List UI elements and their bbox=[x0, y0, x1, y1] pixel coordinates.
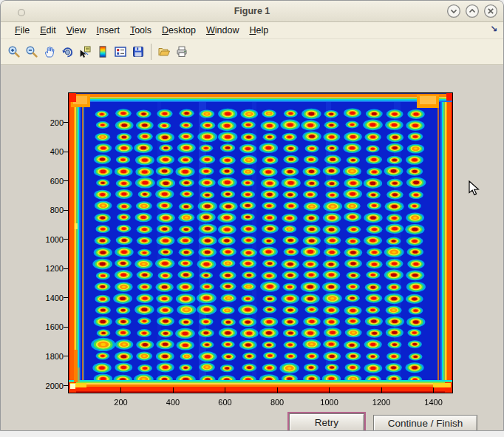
y-tick-label: 1600 bbox=[30, 322, 64, 332]
save-icon[interactable] bbox=[129, 43, 147, 61]
retry-button-focus-ring: Retry bbox=[287, 412, 366, 431]
x-axis-tick bbox=[381, 387, 382, 393]
retry-button[interactable]: Retry bbox=[289, 413, 364, 431]
y-axis-tick bbox=[64, 297, 69, 298]
shade-button[interactable] bbox=[446, 4, 461, 18]
close-button[interactable] bbox=[483, 4, 498, 18]
x-tick-label: 600 bbox=[207, 397, 244, 407]
open-folder-icon[interactable] bbox=[155, 43, 173, 61]
colorbar-icon[interactable] bbox=[94, 43, 112, 61]
menu-item-edit[interactable]: Edit bbox=[35, 24, 61, 37]
pan-hand-icon[interactable] bbox=[41, 43, 58, 61]
menu-item-window[interactable]: Window bbox=[201, 24, 244, 37]
menu-item-file[interactable]: File bbox=[10, 24, 35, 37]
x-tick-label: 400 bbox=[154, 397, 191, 407]
window-title: Figure 1 bbox=[1, 1, 503, 21]
x-axis-tick bbox=[329, 387, 330, 393]
y-tick-label: 600 bbox=[30, 176, 64, 186]
y-axis-tick bbox=[64, 385, 69, 386]
y-tick-label: 2000 bbox=[30, 381, 64, 391]
y-axis-tick bbox=[64, 210, 69, 211]
x-axis-tick bbox=[173, 387, 174, 393]
y-axis-tick bbox=[64, 180, 69, 181]
menu-item-insert[interactable]: Insert bbox=[92, 24, 125, 37]
y-axis-tick bbox=[64, 239, 69, 240]
x-tick-label: 800 bbox=[259, 397, 296, 407]
y-axis-tick bbox=[64, 356, 69, 356]
legend-icon[interactable] bbox=[112, 43, 129, 61]
data-cursor-icon[interactable] bbox=[76, 43, 94, 61]
y-axis-tick bbox=[64, 122, 69, 123]
zoom-out-icon[interactable] bbox=[23, 43, 41, 61]
y-axis-tick bbox=[64, 152, 69, 152]
rotate-3d-icon[interactable] bbox=[58, 43, 76, 61]
unshade-button[interactable] bbox=[465, 4, 480, 18]
x-tick-label: 1200 bbox=[363, 397, 400, 407]
y-tick-label: 200 bbox=[30, 118, 64, 128]
y-tick-label: 1200 bbox=[30, 263, 64, 274]
x-axis-tick bbox=[120, 387, 121, 393]
menu-item-desktop[interactable]: Desktop bbox=[157, 24, 201, 37]
x-tick-label: 200 bbox=[103, 397, 140, 407]
print-icon[interactable] bbox=[173, 43, 191, 61]
menu-bar: FileEditViewInsertToolsDesktopWindowHelp… bbox=[1, 22, 503, 39]
figure-toolbar bbox=[1, 39, 503, 65]
y-tick-label: 400 bbox=[30, 146, 64, 157]
x-axis-tick bbox=[277, 387, 278, 393]
title-bar[interactable]: Figure 1 bbox=[1, 1, 503, 22]
x-tick-label: 1400 bbox=[415, 397, 452, 407]
continue-finish-button[interactable]: Continue / Finish bbox=[373, 415, 477, 431]
menu-item-tools[interactable]: Tools bbox=[125, 24, 157, 37]
plot-axes bbox=[68, 92, 453, 393]
menu-item-view[interactable]: View bbox=[61, 24, 92, 37]
figure-canvas-area: Retry Continue / Finish 2004006008001000… bbox=[1, 65, 503, 431]
y-tick-label: 1000 bbox=[30, 234, 64, 245]
heatmap-image[interactable] bbox=[69, 93, 452, 393]
x-axis-tick bbox=[433, 387, 434, 393]
figure-window: Figure 1 FileEditViewInsertToolsDesktopW… bbox=[0, 0, 504, 431]
mouse-pointer-icon bbox=[469, 180, 480, 199]
x-tick-label: 1000 bbox=[311, 397, 348, 407]
y-axis-tick bbox=[64, 327, 69, 328]
y-tick-label: 1800 bbox=[30, 351, 64, 362]
y-tick-label: 800 bbox=[30, 205, 64, 215]
y-axis-tick bbox=[64, 268, 69, 269]
window-controls bbox=[446, 4, 498, 18]
menu-item-help[interactable]: Help bbox=[244, 24, 273, 37]
continue-button-wrap: Continue / Finish bbox=[373, 415, 477, 431]
toolbar-separator bbox=[151, 44, 151, 60]
zoom-in-icon[interactable] bbox=[5, 43, 23, 61]
y-tick-label: 1400 bbox=[30, 293, 64, 303]
screenshot-page: Figure 1 FileEditViewInsertToolsDesktopW… bbox=[0, 0, 504, 437]
dock-figure-icon[interactable]: ↘ bbox=[490, 24, 497, 34]
x-axis-tick bbox=[225, 387, 225, 393]
